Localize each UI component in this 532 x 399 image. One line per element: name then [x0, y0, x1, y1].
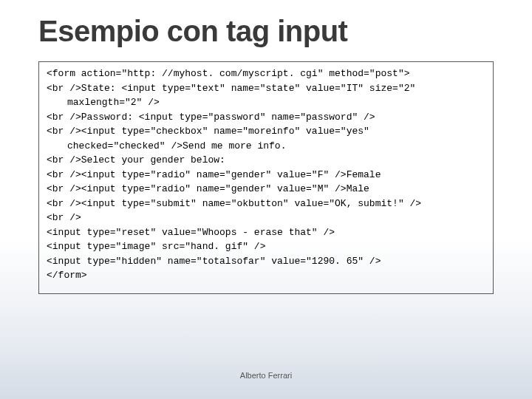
code-line: <form action="http: //myhost. com/myscri…: [47, 66, 485, 81]
code-line: <input type="reset" value="Whoops - eras…: [47, 225, 485, 240]
code-line: <br /><input type="radio" name="gender" …: [47, 182, 485, 197]
code-line: checked="checked" />Send me more info.: [47, 139, 485, 154]
code-line: <br />Password: <input type="password" n…: [47, 110, 485, 125]
code-line: <br />: [47, 211, 485, 225]
code-line: <br /><input type="submit" name="okbutto…: [47, 197, 485, 211]
code-line: <br /><input type="radio" name="gender" …: [47, 168, 485, 183]
code-line: maxlength="2" />: [47, 95, 485, 110]
code-line: <input type="image" src="hand. gif" />: [47, 239, 485, 254]
code-line: </form>: [47, 268, 485, 283]
slide-title: Esempio con tag input: [0, 0, 532, 48]
code-line: <br />Select your gender below:: [47, 153, 485, 168]
footer-author: Alberto Ferrari: [0, 371, 532, 380]
code-block: <form action="http: //myhost. com/myscri…: [38, 61, 494, 294]
code-line: <br />State: <input type="text" name="st…: [47, 81, 485, 96]
code-line: <br /><input type="checkbox" name="morei…: [47, 124, 485, 139]
code-line: <input type="hidden" name="totalsofar" v…: [47, 254, 485, 269]
